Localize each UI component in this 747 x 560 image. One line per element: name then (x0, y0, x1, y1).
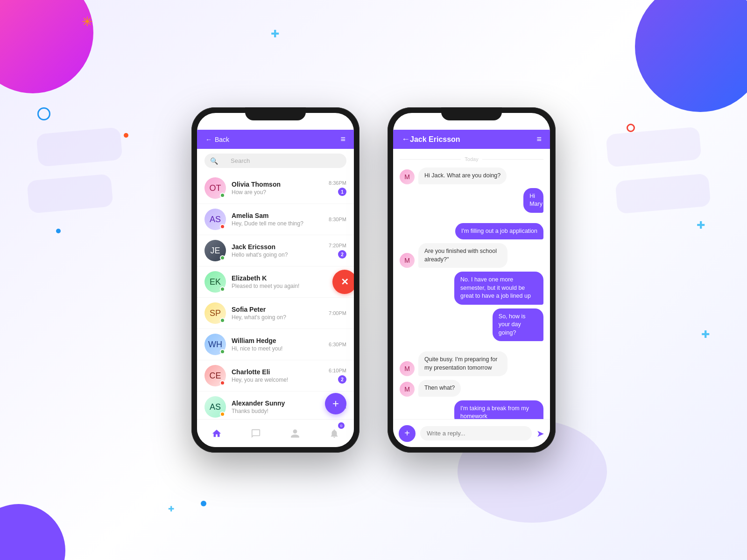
msg-avatar-8: M (400, 382, 415, 397)
search-placeholder: Search (231, 157, 250, 164)
bubble-3: I'm filling out a job application (455, 223, 543, 240)
contact-name-william: William Hedge (232, 337, 323, 344)
sent-group-1: Hi Mary ✓✓ (511, 188, 543, 219)
contact-preview-olivia: How are you? (232, 189, 323, 196)
cross-decoration-right: ✚ (697, 219, 705, 231)
contact-meta-sofia: 7:00PM (329, 310, 346, 316)
contact-item-amelia[interactable]: AS Amelia Sam Hey, Dude tell me one thin… (197, 204, 354, 235)
bg-circle-blue (635, 0, 747, 112)
contact-preview-jack: Hello what's going on? (232, 252, 323, 258)
tick-2: ✓✓ (536, 215, 543, 219)
contact-preview-charlotte: Hey, you are welcome! (232, 377, 323, 383)
contact-info-sofia: Sofia Peter Hey, what's going on? (232, 306, 323, 321)
contact-time-olivia: 8:36PM (329, 180, 346, 186)
contact-preview-alexander: Thanks buddy! (232, 408, 323, 414)
contact-time-charlotte: 6:10PM (329, 368, 346, 373)
contact-item-elizabeth[interactable]: EK Elizabeth K Pleased to meet you again… (197, 266, 354, 298)
bg-circle-purple-bottom-left (0, 504, 65, 560)
contact-time-sofia: 7:00PM (329, 310, 346, 316)
contact-item-jack[interactable]: JE Jack Ericsson Hello what's going on? … (197, 235, 354, 266)
msg-row-2: Hi Mary ✓✓ (400, 188, 543, 219)
nav-home[interactable] (197, 420, 236, 447)
time-right: 7:17 (404, 123, 414, 128)
chat-header: ← Jack Ericsson ≡ (393, 130, 550, 149)
chat-text-input[interactable] (420, 426, 532, 441)
contact-name-amelia: Amelia Sam (232, 212, 323, 219)
battery-icon: ▮ (340, 123, 343, 128)
bubble-6: So, how is your day going? (493, 308, 543, 342)
search-input-wrap[interactable]: 🔍 Search (204, 154, 346, 168)
back-button[interactable]: ← Back (205, 136, 229, 143)
contact-list: OT Olivia Thomson How are you? 8:36PM 1 (197, 173, 354, 419)
status-dot-alexander (220, 412, 225, 417)
contact-meta-olivia: 8:36PM 1 (329, 180, 346, 196)
fab-button[interactable]: + (325, 393, 346, 414)
contact-preview-william: Hi, nice to meet you! (232, 345, 323, 352)
status-icons-right: ▲▲▲ ⌇ ▮ (519, 123, 539, 128)
chat-body: Today M Hi Jack. What are you doing? Hi … (393, 149, 550, 419)
contact-info-charlotte: Charlotte Eli Hey, you are welcome! (232, 368, 323, 383)
contact-time-amelia: 8:30PM (329, 217, 346, 222)
delete-button-elizabeth[interactable]: ✕ (332, 270, 354, 294)
status-dot-jack (220, 255, 225, 260)
bubble-1: Hi Jack. What are you doing? (418, 168, 507, 184)
profile-icon (290, 428, 300, 439)
avatar-wrap-elizabeth: EK (204, 271, 226, 293)
bg-rect-2 (27, 174, 113, 213)
header-left: ← Back ≡ (197, 130, 354, 149)
contact-meta-charlotte: 6:10PM 2 (329, 368, 346, 384)
msg-avatar-1: M (400, 169, 415, 184)
contact-preview-amelia: Hey, Dude tell me one thing? (232, 220, 323, 227)
cross-decoration-bottom: ✚ (168, 504, 174, 513)
filter-icon-right[interactable]: ≡ (536, 134, 542, 144)
wifi-icon: ⌇ (336, 123, 338, 128)
nav-profile[interactable] (275, 420, 315, 447)
signal-icon-right: ▲▲▲ (519, 123, 530, 127)
cross-decoration-top: ✚ (271, 28, 279, 40)
chat-add-button[interactable]: + (399, 425, 416, 442)
contact-preview-sofia: Hey, what's going on? (232, 314, 323, 321)
contact-item-william[interactable]: WH William Hedge Hi, nice to meet you! 6… (197, 329, 354, 360)
nav-notifications[interactable]: 0 (315, 420, 354, 447)
msg-row-3: I'm filling out a job application (400, 223, 543, 240)
back-button-chat[interactable]: ← (402, 134, 410, 144)
screen-left: 7:17 ▲▲▲ ⌇ ▮ ← Back ≡ 🔍 Search (197, 113, 354, 447)
avatar-wrap-sofia: SP (204, 302, 226, 324)
home-icon (211, 428, 222, 439)
circle-decoration-red (627, 124, 635, 132)
notch-right (441, 107, 502, 120)
search-bar: 🔍 Search (197, 149, 354, 173)
send-button[interactable]: ➤ (536, 428, 544, 439)
contact-name-olivia: Olivia Thomson (232, 181, 323, 188)
status-dot-charlotte (220, 380, 225, 385)
contact-item-olivia[interactable]: OT Olivia Thomson How are you? 8:36PM 1 (197, 173, 354, 204)
chat-title: Jack Ericsson (410, 135, 536, 144)
bottom-nav-left: 0 (197, 419, 354, 447)
status-dot-amelia (220, 224, 225, 229)
contact-name-jack: Jack Ericsson (232, 243, 323, 251)
cross-decoration-bottom-right: ✚ (701, 329, 710, 341)
chat-icon (251, 428, 261, 439)
bubble-8: Then what? (418, 380, 461, 397)
avatar-wrap-alexander: AS (204, 396, 226, 418)
filter-icon-left[interactable]: ≡ (340, 134, 345, 144)
contact-item-charlotte[interactable]: CE Charlotte Eli Hey, you are welcome! 6… (197, 360, 354, 392)
avatar-wrap-jack: JE (204, 240, 226, 261)
contact-meta-amelia: 8:30PM (329, 217, 346, 222)
msg-avatar-4: M (400, 253, 415, 268)
nav-chat[interactable] (236, 420, 275, 447)
contact-item-sofia[interactable]: SP Sofia Peter Hey, what's going on? 7:0… (197, 298, 354, 329)
phone-right: 7:17 ▲▲▲ ⌇ ▮ ← Jack Ericsson ≡ Today (388, 107, 556, 453)
back-arrow-icon: ← (205, 136, 212, 143)
contact-info-jack: Jack Ericsson Hello what's going on? (232, 243, 323, 258)
bg-rect-1 (36, 127, 122, 167)
contact-name-charlotte: Charlotte Eli (232, 368, 323, 376)
bubble-7: Quite busy. I'm preparing for my present… (418, 351, 507, 376)
contact-time-william: 6:30PM (329, 342, 346, 347)
contact-meta-jack: 7:20PM 2 (329, 243, 346, 259)
msg-row-6: So, how is your day going? ✓✓ (400, 308, 543, 348)
phone-left: 7:17 ▲▲▲ ⌇ ▮ ← Back ≡ 🔍 Search (191, 107, 359, 453)
badge-jack: 2 (338, 250, 346, 259)
contact-info-amelia: Amelia Sam Hey, Dude tell me one thing? (232, 212, 323, 227)
status-icons-left: ▲▲▲ ⌇ ▮ (323, 123, 343, 128)
